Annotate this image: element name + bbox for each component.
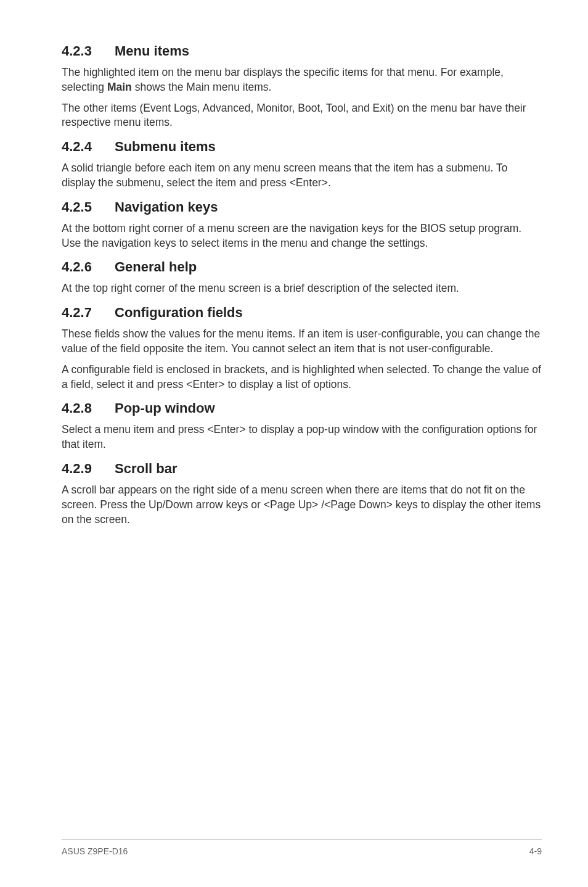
section-number: 4.2.6 (62, 259, 115, 275)
section-title: Configuration fields (115, 305, 243, 321)
section-title: Navigation keys (115, 199, 218, 215)
section-number: 4.2.5 (62, 199, 115, 215)
section-number: 4.2.8 (62, 400, 115, 416)
text-run: These fields show the values for the men… (62, 328, 540, 355)
section: 4.2.6General helpAt the top right corner… (62, 259, 542, 296)
paragraph: A configurable field is enclosed in brac… (62, 363, 542, 392)
section-number: 4.2.9 (62, 461, 115, 477)
document-page: 4.2.3Menu itemsThe highlighted item on t… (0, 0, 588, 887)
section-heading: 4.2.3Menu items (62, 43, 542, 59)
section-number: 4.2.4 (62, 139, 115, 155)
paragraph: The other items (Event Logs, Advanced, M… (62, 101, 542, 131)
footer-left: ASUS Z9PE-D16 (62, 846, 128, 856)
section-heading: 4.2.4Submenu items (62, 139, 542, 155)
section-heading: 4.2.7Configuration fields (62, 305, 542, 321)
section-title: Submenu items (115, 139, 216, 155)
paragraph: At the bottom right corner of a menu scr… (62, 221, 542, 251)
paragraph: These fields show the values for the men… (62, 327, 542, 357)
section-title: Scroll bar (115, 461, 177, 477)
section: 4.2.3Menu itemsThe highlighted item on t… (62, 43, 542, 130)
text-run: A scroll bar appears on the right side o… (62, 484, 541, 526)
section-heading: 4.2.8Pop-up window (62, 400, 542, 416)
section-heading: 4.2.5Navigation keys (62, 199, 542, 215)
text-run: A solid triangle before each item on any… (62, 162, 507, 189)
paragraph: The highlighted item on the menu bar dis… (62, 65, 542, 95)
paragraph: A solid triangle before each item on any… (62, 161, 542, 191)
section-number: 4.2.7 (62, 305, 115, 321)
section-title: Menu items (115, 43, 189, 59)
paragraph: Select a menu item and press <Enter> to … (62, 423, 542, 452)
text-run: At the bottom right corner of a menu scr… (62, 222, 521, 249)
section-heading: 4.2.9Scroll bar (62, 461, 542, 477)
section: 4.2.7Configuration fieldsThese fields sh… (62, 305, 542, 392)
page-footer: ASUS Z9PE-D16 4-9 (62, 840, 542, 856)
section-title: General help (115, 259, 197, 275)
section: 4.2.8Pop-up windowSelect a menu item and… (62, 400, 542, 452)
text-run: A configurable field is enclosed in brac… (62, 363, 541, 390)
bold-text: Main (107, 81, 132, 93)
text-run: The other items (Event Logs, Advanced, M… (62, 102, 526, 129)
text-run: Select a menu item and press <Enter> to … (62, 423, 537, 450)
section: 4.2.9Scroll barA scroll bar appears on t… (62, 461, 542, 527)
paragraph: A scroll bar appears on the right side o… (62, 483, 542, 527)
section: 4.2.5Navigation keysAt the bottom right … (62, 199, 542, 251)
section: 4.2.4Submenu itemsA solid triangle befor… (62, 139, 542, 191)
footer-right: 4-9 (529, 846, 542, 856)
page-content: 4.2.3Menu itemsThe highlighted item on t… (62, 43, 542, 840)
section-number: 4.2.3 (62, 43, 115, 59)
paragraph: At the top right corner of the menu scre… (62, 281, 542, 296)
text-run: shows the Main menu items. (132, 81, 272, 93)
section-heading: 4.2.6General help (62, 259, 542, 275)
section-title: Pop-up window (115, 400, 215, 416)
text-run: At the top right corner of the menu scre… (62, 282, 459, 294)
